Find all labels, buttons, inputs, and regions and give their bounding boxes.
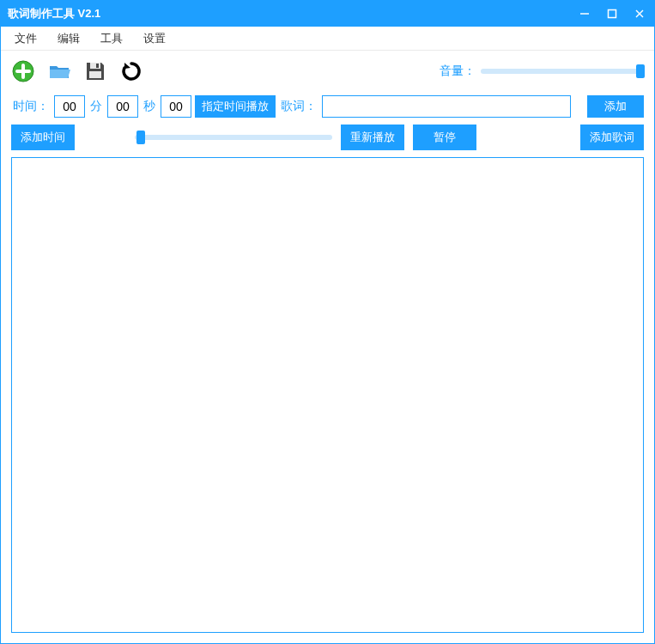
- volume-slider[interactable]: [481, 69, 644, 74]
- toolbar: 音量：: [1, 51, 654, 92]
- minutes-input[interactable]: [54, 95, 85, 118]
- save-icon[interactable]: [83, 59, 107, 83]
- play-at-time-button[interactable]: 指定时间播放: [195, 95, 276, 118]
- add-button[interactable]: 添加: [587, 95, 644, 118]
- svg-rect-8: [96, 64, 99, 68]
- menu-file[interactable]: 文件: [6, 27, 45, 50]
- replay-button[interactable]: 重新播放: [341, 125, 404, 150]
- lyrics-textarea[interactable]: [11, 157, 644, 633]
- refresh-icon[interactable]: [119, 59, 143, 83]
- svg-rect-1: [609, 10, 616, 18]
- seek-thumb[interactable]: [136, 131, 145, 144]
- menu-tools[interactable]: 工具: [92, 27, 131, 50]
- open-folder-icon[interactable]: [47, 59, 71, 83]
- menu-bar: 文件 编辑 工具 设置: [1, 27, 654, 51]
- lyric-label: 歌词：: [279, 99, 318, 114]
- time-input-row: 时间： 分 秒 指定时间播放 歌词： 添加: [1, 92, 654, 121]
- menu-settings[interactable]: 设置: [135, 27, 174, 50]
- minutes-unit: 分: [88, 99, 104, 114]
- time-label: 时间：: [11, 99, 51, 114]
- ms-input[interactable]: [161, 95, 191, 118]
- volume-thumb[interactable]: [636, 64, 645, 78]
- title-bar: 歌词制作工具 V2.1: [1, 1, 654, 27]
- add-lyric-button[interactable]: 添加歌词: [580, 125, 644, 150]
- minimize-button[interactable]: [577, 6, 592, 21]
- add-icon[interactable]: [11, 59, 35, 83]
- volume-label: 音量：: [440, 64, 476, 79]
- add-time-button[interactable]: 添加时间: [11, 125, 75, 150]
- svg-rect-9: [89, 71, 101, 78]
- close-button[interactable]: [632, 6, 647, 21]
- maximize-button[interactable]: [604, 6, 620, 21]
- menu-edit[interactable]: 编辑: [49, 27, 88, 50]
- window-title: 歌词制作工具 V2.1: [8, 6, 577, 21]
- seconds-unit: 秒: [142, 99, 157, 114]
- lyric-input[interactable]: [322, 95, 571, 118]
- pause-button[interactable]: 暂停: [413, 125, 476, 150]
- action-row: 添加时间 重新播放 暂停 添加歌词: [1, 121, 654, 157]
- svg-rect-7: [90, 63, 100, 69]
- seek-slider[interactable]: [135, 135, 332, 140]
- seconds-input[interactable]: [107, 95, 138, 118]
